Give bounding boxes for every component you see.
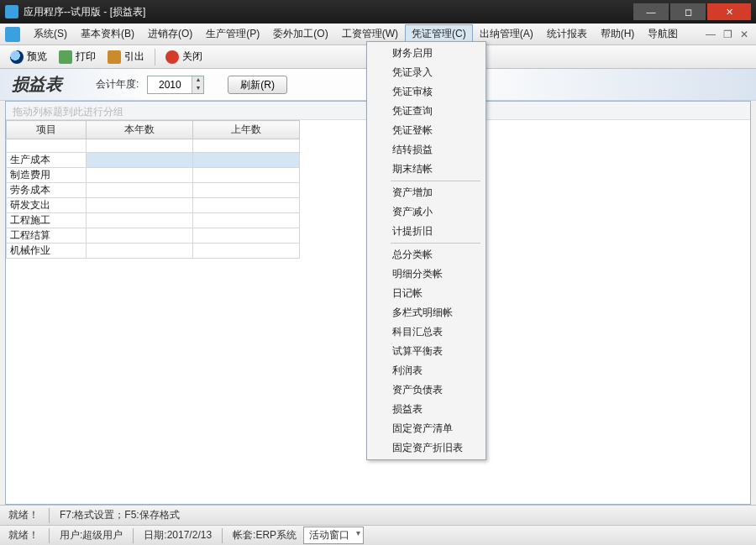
titlebar: 应用程序--试用版 - [损益表] — ◻ ✕ (0, 0, 756, 24)
dropdown-item[interactable]: 固定资产折旧表 (369, 438, 484, 458)
grid-cell[interactable]: 制造费用 (7, 168, 87, 183)
grid-cell[interactable]: 工程结算 (7, 228, 87, 244)
mdi-restore-button[interactable]: ❐ (721, 28, 734, 41)
export-icon (108, 50, 121, 64)
grid-cell[interactable] (87, 198, 193, 213)
year-spinner[interactable]: ▲▼ (147, 76, 204, 94)
spin-down-icon[interactable]: ▼ (192, 85, 203, 93)
grid-cell[interactable] (87, 228, 193, 244)
page-title: 损益表 (12, 73, 62, 96)
dropdown-item[interactable]: 利润表 (369, 361, 484, 380)
minimize-button[interactable]: — (633, 3, 669, 20)
dropdown-item[interactable]: 固定资产清单 (369, 419, 484, 438)
dropdown-item[interactable]: 损益表 (369, 400, 484, 419)
year-input[interactable] (148, 76, 192, 93)
status-book: 帐套:ERP系统 (233, 528, 297, 542)
grid-cell[interactable] (193, 168, 300, 183)
dropdown-item[interactable]: 资产减小 (369, 202, 484, 222)
dropdown-separator (391, 181, 480, 181)
table-row[interactable]: 研发支出 (7, 198, 300, 213)
data-grid: 项目本年数上年数 生产成本制造费用劳务成本研发支出工程施工工程结算机械作业 (6, 120, 300, 259)
grid-cell[interactable] (87, 183, 193, 198)
column-header[interactable]: 本年数 (87, 121, 193, 139)
grid-cell[interactable] (7, 139, 87, 153)
grid-cell[interactable] (87, 213, 193, 228)
grid-cell[interactable] (193, 153, 300, 168)
grid-cell[interactable]: 生产成本 (7, 153, 87, 168)
table-row[interactable]: 机械作业 (7, 244, 300, 259)
export-button[interactable]: 引出 (102, 48, 150, 66)
menu-item[interactable]: 生产管理(P) (199, 24, 266, 44)
mdi-close-button[interactable]: ✕ (738, 28, 751, 41)
grid-cell[interactable]: 研发支出 (7, 198, 87, 213)
table-row[interactable]: 工程结算 (7, 228, 300, 244)
maximize-button[interactable]: ◻ (670, 3, 706, 20)
column-header[interactable]: 上年数 (193, 121, 300, 139)
voucher-menu-dropdown: 财务启用凭证录入凭证审核凭证查询凭证登帐结转损益期末结帐资产增加资产减小计提折旧… (366, 41, 486, 460)
spin-up-icon[interactable]: ▲ (192, 76, 203, 85)
dropdown-item[interactable]: 凭证登帐 (369, 121, 484, 140)
dropdown-item[interactable]: 财务启用 (369, 44, 484, 63)
close-icon (165, 50, 179, 64)
dropdown-item[interactable]: 资产增加 (369, 183, 484, 202)
active-window-combo[interactable]: 活动窗口 (303, 527, 364, 544)
menu-item[interactable]: 导航图 (641, 24, 685, 44)
grid-cell[interactable] (193, 213, 300, 228)
grid-cell[interactable] (87, 244, 193, 259)
print-button[interactable]: 打印 (54, 48, 101, 66)
print-icon (59, 50, 72, 64)
status-ready: 就绪！ (8, 508, 39, 522)
dropdown-item[interactable]: 试算平衡表 (369, 342, 484, 361)
status-user: 用户:超级用户 (60, 528, 123, 542)
dropdown-item[interactable]: 凭证查询 (369, 102, 484, 121)
dropdown-separator (391, 243, 480, 244)
menu-item[interactable]: 委外加工(O) (266, 24, 334, 44)
grid-cell[interactable]: 机械作业 (7, 244, 87, 259)
grid-cell[interactable] (87, 153, 193, 168)
statusbar-outer: 就绪！ 用户:超级用户 日期:2017/2/13 帐套:ERP系统 活动窗口 (0, 525, 756, 545)
grid-cell[interactable] (193, 139, 300, 153)
dropdown-item[interactable]: 凭证录入 (369, 63, 484, 82)
dropdown-item[interactable]: 日记帐 (369, 284, 484, 303)
menu-item[interactable]: 帮助(H) (594, 24, 642, 44)
close-label: 关闭 (182, 50, 202, 64)
column-header[interactable]: 项目 (7, 121, 87, 139)
dropdown-item[interactable]: 总分类帐 (369, 245, 484, 265)
dropdown-item[interactable]: 资产负债表 (369, 380, 484, 400)
menu-item[interactable]: 统计报表 (540, 24, 594, 44)
menu-item[interactable]: 进销存(O) (141, 24, 199, 44)
grid-cell[interactable] (193, 183, 300, 198)
grid-cell[interactable]: 工程施工 (7, 213, 87, 228)
close-button[interactable]: 关闭 (160, 48, 207, 66)
status-separator (133, 528, 134, 543)
dropdown-item[interactable]: 明细分类帐 (369, 265, 484, 284)
dropdown-item[interactable]: 凭证审核 (369, 82, 484, 102)
refresh-button[interactable]: 刷新(R) (228, 76, 287, 94)
grid-cell[interactable] (193, 244, 300, 259)
dropdown-item[interactable]: 结转损益 (369, 140, 484, 160)
table-row[interactable]: 工程施工 (7, 213, 300, 228)
dropdown-item[interactable]: 多栏式明细帐 (369, 303, 484, 322)
grid-cell[interactable] (193, 228, 300, 244)
dropdown-item[interactable]: 科目汇总表 (369, 322, 484, 342)
preview-label: 预览 (27, 50, 47, 64)
table-row[interactable]: 制造费用 (7, 168, 300, 183)
dropdown-item[interactable]: 期末结帐 (369, 160, 484, 179)
table-row[interactable]: 劳务成本 (7, 183, 300, 198)
app-icon (5, 5, 18, 18)
grid-cell[interactable] (87, 139, 193, 153)
grid-cell[interactable]: 劳务成本 (7, 183, 87, 198)
mdi-minimize-button[interactable]: — (704, 28, 717, 41)
grid-cell[interactable] (87, 168, 193, 183)
dropdown-item[interactable]: 计提折旧 (369, 222, 484, 241)
status-hint: F7:格式设置；F5:保存格式 (60, 508, 180, 522)
close-window-button[interactable]: ✕ (707, 3, 751, 20)
toolbar-separator (155, 49, 155, 66)
table-row[interactable]: 生产成本 (7, 153, 300, 168)
window-title: 应用程序--试用版 - [损益表] (24, 5, 633, 19)
menubar-logo-icon (5, 27, 20, 42)
grid-cell[interactable] (193, 198, 300, 213)
menu-item[interactable]: 系统(S) (27, 24, 74, 44)
preview-button[interactable]: 预览 (5, 48, 52, 66)
menu-item[interactable]: 基本资料(B) (74, 24, 141, 44)
